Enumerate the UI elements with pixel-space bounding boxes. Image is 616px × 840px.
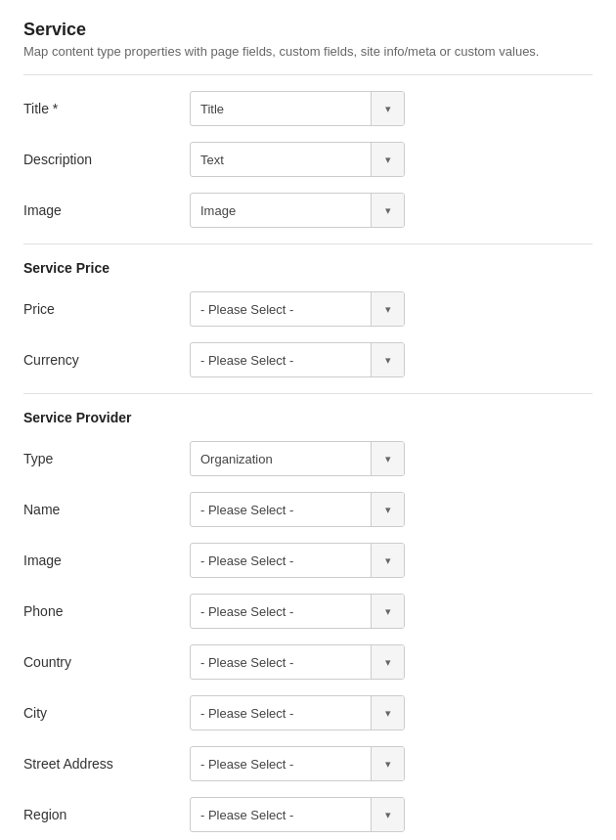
field-label-region: Region (23, 807, 190, 822)
chevron-down-icon-price: ▾ (371, 291, 404, 327)
field-row-price: Price- Please Select -▾ (23, 291, 593, 327)
field-select-text-description: Text (191, 153, 371, 167)
field-row-phone: Phone- Please Select -▾ (23, 594, 593, 629)
field-select-price[interactable]: - Please Select -▾ (190, 291, 405, 327)
chevron-down-icon-title: ▾ (371, 91, 404, 126)
page-title: Service (23, 20, 593, 40)
field-select-text-country: - Please Select - (191, 655, 371, 670)
section-title-service-price: Service Price (23, 260, 593, 276)
chevron-down-icon-description: ▾ (371, 142, 404, 177)
field-select-country[interactable]: - Please Select -▾ (190, 644, 405, 680)
field-select-region[interactable]: - Please Select -▾ (190, 797, 405, 832)
chevron-down-icon-country: ▾ (371, 644, 404, 680)
field-select-street-address[interactable]: - Please Select -▾ (190, 746, 405, 781)
field-label-image: Image (23, 202, 190, 218)
field-label-city: City (23, 705, 190, 721)
divider-service-provider (23, 393, 593, 394)
field-select-text-price: - Please Select - (191, 302, 371, 317)
field-label-phone: Phone (23, 603, 190, 619)
field-select-text-name: - Please Select - (191, 503, 371, 517)
field-row-name: Name- Please Select -▾ (23, 492, 593, 527)
chevron-down-icon-currency: ▾ (371, 342, 404, 377)
field-select-text-image: Image (191, 203, 371, 218)
field-row-country: Country- Please Select -▾ (23, 644, 593, 680)
field-label-country: Country (23, 654, 190, 670)
field-select-text-city: - Please Select - (191, 706, 371, 721)
field-label-type: Type (23, 451, 190, 466)
field-select-text-provider-image: - Please Select - (191, 553, 371, 568)
field-select-text-currency: - Please Select - (191, 353, 371, 368)
field-row-type: TypeOrganization▾ (23, 441, 593, 476)
field-label-currency: Currency (23, 352, 190, 368)
top-divider (23, 74, 593, 75)
chevron-down-icon-provider-image: ▾ (371, 543, 404, 578)
field-row-currency: Currency- Please Select -▾ (23, 342, 593, 377)
section-title-service-provider: Service Provider (23, 410, 593, 425)
section-service-provider: Service ProviderTypeOrganization▾Name- P… (23, 393, 593, 840)
field-select-name[interactable]: - Please Select -▾ (190, 492, 405, 527)
field-select-description[interactable]: Text▾ (190, 142, 405, 177)
chevron-down-icon-type: ▾ (371, 441, 404, 476)
chevron-down-icon-image: ▾ (371, 193, 404, 228)
field-select-image[interactable]: Image▾ (190, 193, 405, 228)
field-select-text-title: Title (191, 102, 371, 116)
chevron-down-icon-phone: ▾ (371, 594, 404, 629)
field-label-description: Description (23, 152, 190, 167)
field-select-currency[interactable]: - Please Select -▾ (190, 342, 405, 377)
field-label-street-address: Street Address (23, 756, 190, 772)
field-select-type[interactable]: Organization▾ (190, 441, 405, 476)
field-label-title: Title * (23, 101, 190, 116)
field-row-region: Region- Please Select -▾ (23, 797, 593, 832)
chevron-down-icon-street-address: ▾ (371, 746, 404, 781)
chevron-down-icon-name: ▾ (371, 492, 404, 527)
field-row-title: Title *Title▾ (23, 91, 593, 126)
field-select-title[interactable]: Title▾ (190, 91, 405, 126)
field-select-text-region: - Please Select - (191, 808, 371, 822)
sections-container: Title *Title▾DescriptionText▾ImageImage▾… (23, 91, 593, 840)
chevron-down-icon-region: ▾ (371, 797, 404, 832)
field-label-name: Name (23, 502, 190, 517)
page-container: Service Map content type properties with… (0, 0, 616, 840)
field-select-city[interactable]: - Please Select -▾ (190, 695, 405, 730)
field-row-description: DescriptionText▾ (23, 142, 593, 177)
field-label-price: Price (23, 301, 190, 317)
field-label-provider-image: Image (23, 553, 190, 568)
section-service-price: Service PricePrice- Please Select -▾Curr… (23, 243, 593, 377)
field-row-street-address: Street Address- Please Select -▾ (23, 746, 593, 781)
field-select-provider-image[interactable]: - Please Select -▾ (190, 543, 405, 578)
field-row-provider-image: Image- Please Select -▾ (23, 543, 593, 578)
field-select-phone[interactable]: - Please Select -▾ (190, 594, 405, 629)
field-select-text-type: Organization (191, 452, 371, 466)
section-main: Title *Title▾DescriptionText▾ImageImage▾ (23, 91, 593, 228)
chevron-down-icon-city: ▾ (371, 695, 404, 730)
field-row-city: City- Please Select -▾ (23, 695, 593, 730)
field-select-text-phone: - Please Select - (191, 604, 371, 619)
page-subtitle: Map content type properties with page fi… (23, 44, 593, 59)
field-select-text-street-address: - Please Select - (191, 757, 371, 772)
field-row-image: ImageImage▾ (23, 193, 593, 228)
divider-service-price (23, 243, 593, 244)
